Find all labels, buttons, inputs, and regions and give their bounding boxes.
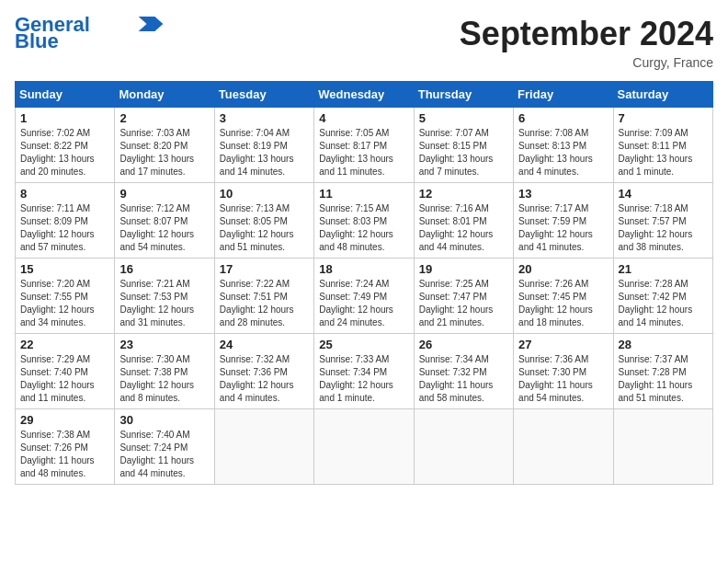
logo-subtext: Blue <box>15 31 59 52</box>
day-number: 21 <box>619 262 708 276</box>
day-number: 1 <box>20 111 109 125</box>
day-info: Sunrise: 7:36 AMSunset: 7:30 PMDaylight:… <box>518 354 593 403</box>
day-number: 11 <box>319 187 408 201</box>
calendar-cell: 16 Sunrise: 7:21 AMSunset: 7:53 PMDaylig… <box>115 259 214 334</box>
calendar-cell: 4 Sunrise: 7:05 AMSunset: 8:17 PMDayligh… <box>314 108 414 183</box>
day-number: 16 <box>119 262 209 276</box>
col-monday: Monday <box>115 82 214 108</box>
calendar-cell: 23 Sunrise: 7:30 AMSunset: 7:38 PMDaylig… <box>115 334 214 409</box>
day-info: Sunrise: 7:32 AMSunset: 7:36 PMDaylight:… <box>220 354 294 403</box>
day-info: Sunrise: 7:26 AMSunset: 7:45 PMDaylight:… <box>518 279 593 327</box>
calendar-cell: 15 Sunrise: 7:20 AMSunset: 7:55 PMDaylig… <box>16 259 115 334</box>
calendar-cell: 27 Sunrise: 7:36 AMSunset: 7:30 PMDaylig… <box>514 334 613 409</box>
calendar-row: 22 Sunrise: 7:29 AMSunset: 7:40 PMDaylig… <box>16 334 713 409</box>
calendar-cell: 3 Sunrise: 7:04 AMSunset: 8:19 PMDayligh… <box>214 108 313 183</box>
col-wednesday: Wednesday <box>314 82 414 108</box>
day-info: Sunrise: 7:25 AMSunset: 7:47 PMDaylight:… <box>419 279 494 327</box>
page-header: General Blue September 2024 Curgy, Franc… <box>15 15 713 70</box>
day-info: Sunrise: 7:04 AMSunset: 8:19 PMDaylight:… <box>220 128 294 177</box>
day-info: Sunrise: 7:18 AMSunset: 7:57 PMDaylight:… <box>619 203 693 252</box>
day-info: Sunrise: 7:24 AMSunset: 7:49 PMDaylight:… <box>319 279 393 327</box>
day-number: 23 <box>119 338 209 351</box>
day-number: 12 <box>419 187 508 201</box>
calendar-cell: 13 Sunrise: 7:17 AMSunset: 7:59 PMDaylig… <box>514 183 613 259</box>
svg-marker-0 <box>139 17 164 31</box>
day-number: 24 <box>220 338 309 351</box>
calendar-cell: 1 Sunrise: 7:02 AMSunset: 8:22 PMDayligh… <box>16 108 115 183</box>
day-number: 9 <box>119 187 209 201</box>
calendar-cell: 5 Sunrise: 7:07 AMSunset: 8:15 PMDayligh… <box>414 108 513 183</box>
day-number: 15 <box>20 262 109 276</box>
calendar-row: 29 Sunrise: 7:38 AMSunset: 7:26 PMDaylig… <box>16 409 713 485</box>
logo-icon <box>138 17 164 31</box>
calendar-cell: 17 Sunrise: 7:22 AMSunset: 7:51 PMDaylig… <box>214 259 313 334</box>
day-number: 28 <box>619 338 708 351</box>
calendar-cell: 18 Sunrise: 7:24 AMSunset: 7:49 PMDaylig… <box>314 259 414 334</box>
day-info: Sunrise: 7:33 AMSunset: 7:34 PMDaylight:… <box>319 354 393 403</box>
day-number: 20 <box>518 262 608 276</box>
day-info: Sunrise: 7:02 AMSunset: 8:22 PMDaylight:… <box>20 128 95 177</box>
day-number: 2 <box>119 111 209 125</box>
day-info: Sunrise: 7:21 AMSunset: 7:53 PMDaylight:… <box>119 279 194 327</box>
day-info: Sunrise: 7:16 AMSunset: 8:01 PMDaylight:… <box>419 203 494 252</box>
calendar-cell: 22 Sunrise: 7:29 AMSunset: 7:40 PMDaylig… <box>16 334 115 409</box>
day-info: Sunrise: 7:07 AMSunset: 8:15 PMDaylight:… <box>419 128 494 177</box>
calendar-cell: 14 Sunrise: 7:18 AMSunset: 7:57 PMDaylig… <box>613 183 712 259</box>
calendar-cell <box>514 409 613 485</box>
day-info: Sunrise: 7:28 AMSunset: 7:42 PMDaylight:… <box>619 279 693 327</box>
day-info: Sunrise: 7:17 AMSunset: 7:59 PMDaylight:… <box>518 203 593 252</box>
calendar-cell: 12 Sunrise: 7:16 AMSunset: 8:01 PMDaylig… <box>414 183 513 259</box>
calendar-table: Sunday Monday Tuesday Wednesday Thursday… <box>15 81 713 485</box>
calendar-cell: 6 Sunrise: 7:08 AMSunset: 8:13 PMDayligh… <box>514 108 613 183</box>
calendar-cell: 11 Sunrise: 7:15 AMSunset: 8:03 PMDaylig… <box>314 183 414 259</box>
col-sunday: Sunday <box>16 82 115 108</box>
day-number: 22 <box>20 338 109 351</box>
calendar-cell: 19 Sunrise: 7:25 AMSunset: 7:47 PMDaylig… <box>414 259 513 334</box>
day-number: 6 <box>518 111 608 125</box>
day-info: Sunrise: 7:38 AMSunset: 7:26 PMDaylight:… <box>20 430 95 478</box>
calendar-cell: 25 Sunrise: 7:33 AMSunset: 7:34 PMDaylig… <box>314 334 414 409</box>
calendar-cell: 24 Sunrise: 7:32 AMSunset: 7:36 PMDaylig… <box>214 334 313 409</box>
location: Curgy, France <box>460 55 713 70</box>
calendar-cell: 21 Sunrise: 7:28 AMSunset: 7:42 PMDaylig… <box>613 259 712 334</box>
calendar-cell: 30 Sunrise: 7:40 AMSunset: 7:24 PMDaylig… <box>115 409 214 485</box>
day-info: Sunrise: 7:40 AMSunset: 7:24 PMDaylight:… <box>119 430 194 478</box>
day-number: 19 <box>419 262 508 276</box>
day-info: Sunrise: 7:30 AMSunset: 7:38 PMDaylight:… <box>119 354 194 403</box>
day-number: 7 <box>619 111 708 125</box>
day-info: Sunrise: 7:05 AMSunset: 8:17 PMDaylight:… <box>319 128 393 177</box>
day-number: 26 <box>419 338 508 351</box>
col-saturday: Saturday <box>613 82 712 108</box>
day-info: Sunrise: 7:09 AMSunset: 8:11 PMDaylight:… <box>619 128 693 177</box>
calendar-cell: 8 Sunrise: 7:11 AMSunset: 8:09 PMDayligh… <box>16 183 115 259</box>
day-info: Sunrise: 7:20 AMSunset: 7:55 PMDaylight:… <box>20 279 95 327</box>
calendar-cell: 10 Sunrise: 7:13 AMSunset: 8:05 PMDaylig… <box>214 183 313 259</box>
col-friday: Friday <box>514 82 613 108</box>
day-info: Sunrise: 7:03 AMSunset: 8:20 PMDaylight:… <box>119 128 194 177</box>
day-info: Sunrise: 7:13 AMSunset: 8:05 PMDaylight:… <box>220 203 294 252</box>
calendar-row: 1 Sunrise: 7:02 AMSunset: 8:22 PMDayligh… <box>16 108 713 183</box>
day-number: 10 <box>220 187 309 201</box>
day-number: 13 <box>518 187 608 201</box>
day-info: Sunrise: 7:37 AMSunset: 7:28 PMDaylight:… <box>619 354 693 403</box>
col-tuesday: Tuesday <box>214 82 313 108</box>
calendar-cell <box>214 409 313 485</box>
day-info: Sunrise: 7:22 AMSunset: 7:51 PMDaylight:… <box>220 279 294 327</box>
calendar-cell: 28 Sunrise: 7:37 AMSunset: 7:28 PMDaylig… <box>613 334 712 409</box>
calendar-cell <box>613 409 712 485</box>
calendar-cell <box>314 409 414 485</box>
month-title: September 2024 <box>460 15 713 53</box>
day-number: 25 <box>319 338 408 351</box>
day-number: 17 <box>220 262 309 276</box>
calendar-cell: 2 Sunrise: 7:03 AMSunset: 8:20 PMDayligh… <box>115 108 214 183</box>
col-thursday: Thursday <box>414 82 513 108</box>
day-number: 18 <box>319 262 408 276</box>
day-info: Sunrise: 7:12 AMSunset: 8:07 PMDaylight:… <box>119 203 194 252</box>
day-info: Sunrise: 7:11 AMSunset: 8:09 PMDaylight:… <box>20 203 95 252</box>
day-number: 30 <box>119 413 209 427</box>
day-number: 5 <box>419 111 508 125</box>
day-info: Sunrise: 7:08 AMSunset: 8:13 PMDaylight:… <box>518 128 593 177</box>
calendar-cell: 29 Sunrise: 7:38 AMSunset: 7:26 PMDaylig… <box>16 409 115 485</box>
day-info: Sunrise: 7:34 AMSunset: 7:32 PMDaylight:… <box>419 354 494 403</box>
title-block: September 2024 Curgy, France <box>460 15 713 70</box>
